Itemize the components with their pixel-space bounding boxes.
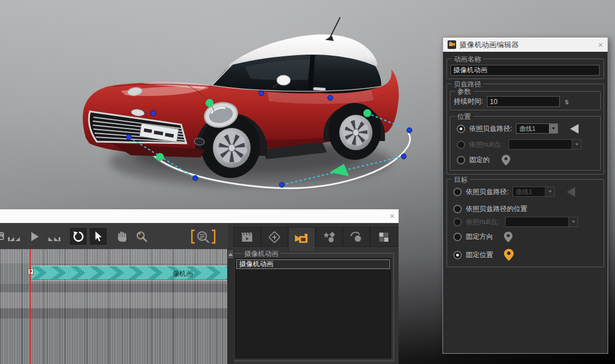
tab-shapes[interactable] <box>315 227 343 247</box>
follow-bezier-label: 依照贝兹路径: <box>469 124 512 134</box>
target-group-label: 目标 <box>452 175 470 185</box>
tab-clapperboard[interactable] <box>233 227 261 247</box>
dropdown-value: 曲线1 <box>519 125 535 133</box>
door-handle <box>313 87 326 90</box>
tab-camera[interactable] <box>288 227 315 251</box>
animation-clip[interactable]: 像机画 <box>31 266 227 281</box>
frame-search-icon[interactable] <box>190 228 216 245</box>
target-bezier-label: 依照贝兹路径: <box>466 187 509 197</box>
dropdown-value: 曲线1 <box>516 188 532 196</box>
scroll-up-icon[interactable] <box>227 249 234 259</box>
pin-icon-orange[interactable] <box>504 249 514 261</box>
anim-name-input[interactable] <box>450 65 600 76</box>
radio-fixed-direction[interactable] <box>453 233 462 241</box>
animation-list[interactable]: 摄像机动画 <box>235 258 391 358</box>
tab-lasso[interactable] <box>343 227 370 247</box>
hand-icon[interactable] <box>113 228 132 245</box>
animation-tab-pane: 摄像机动画 摄像机动画 <box>228 224 399 364</box>
cursor-icon[interactable] <box>90 228 106 245</box>
playback-toolbar <box>0 224 228 249</box>
timeline-panel: × <box>0 209 399 364</box>
position-group-label: 位置 <box>455 112 473 122</box>
close-icon[interactable]: × <box>598 40 603 49</box>
fixed-position-label: 固定位置 <box>466 250 493 260</box>
target-bezier-dropdown: 曲线1 <box>512 187 555 197</box>
radio-target-null[interactable] <box>453 218 462 226</box>
timeline-tracks[interactable]: 像机画 <box>0 249 228 364</box>
skip-start-icon[interactable] <box>5 228 24 245</box>
pick-path-icon[interactable] <box>570 124 579 134</box>
tab-quadrant[interactable] <box>370 227 397 247</box>
chevron-down-icon[interactable] <box>549 124 557 133</box>
camera-editor-icon <box>448 40 456 49</box>
duration-unit: s <box>565 98 568 106</box>
radio-fixed-position[interactable] <box>453 251 462 259</box>
pin-icon[interactable] <box>502 155 510 166</box>
radio-target-bezier[interactable] <box>453 188 462 196</box>
duration-input[interactable] <box>487 96 560 107</box>
params-group-label: 参数 <box>455 87 473 97</box>
animation-group-label: 摄像机动画 <box>242 249 281 259</box>
target-null-label: 依照null点: <box>466 217 499 227</box>
play-icon[interactable] <box>24 228 44 245</box>
follow-null-label: 依照null点: <box>469 140 502 150</box>
target-null-dropdown <box>505 217 578 227</box>
app-screen: × <box>0 0 615 364</box>
timeline-panel-titlebar[interactable]: × <box>0 209 399 224</box>
tab-star-diamond[interactable] <box>261 227 288 247</box>
radio-fixed[interactable] <box>457 156 465 164</box>
chevron-down-icon <box>545 187 554 196</box>
fixed-label: 固定的 <box>469 155 490 165</box>
pick-path-icon <box>567 187 575 197</box>
rear-wheel <box>329 103 381 160</box>
car-model <box>83 18 399 178</box>
chevron-down-icon <box>568 217 577 226</box>
bezier-path-dropdown[interactable]: 曲线1 <box>516 123 558 134</box>
editor-titlebar[interactable]: 摄像机动画编辑器 × <box>443 38 608 52</box>
close-icon[interactable]: × <box>390 210 395 222</box>
animation-group-box: 摄像机动画 摄像机动画 <box>232 253 394 361</box>
fixed-direction-label: 固定方向 <box>466 232 493 242</box>
loop-icon[interactable] <box>70 228 87 245</box>
camera-animation-editor-panel: 摄像机动画编辑器 × 动画名称 贝兹路径 参数 持续时间: s <box>442 37 608 354</box>
chevron-down-icon <box>572 140 581 149</box>
skip-end-icon[interactable] <box>44 228 63 245</box>
duration-label: 持续时间: <box>454 97 483 106</box>
anim-name-group-label: 动画名称 <box>452 55 483 64</box>
timeline-pane: 像机画 <box>0 224 228 364</box>
jump-icon[interactable] <box>0 228 5 245</box>
pin-icon[interactable] <box>504 231 512 242</box>
radio-follow-null[interactable] <box>457 140 465 149</box>
radio-follow-bezier[interactable] <box>457 125 465 133</box>
timeline-scrollbar[interactable] <box>227 249 234 364</box>
list-item[interactable]: 摄像机动画 <box>236 259 390 269</box>
playhead[interactable] <box>30 249 31 364</box>
null-point-dropdown <box>509 139 581 150</box>
panel-title: 摄像机动画编辑器 <box>460 40 519 50</box>
clip-label: 像机画 <box>173 269 193 279</box>
radio-target-bezier-pos[interactable] <box>453 205 462 213</box>
zoom-adjust-icon[interactable] <box>132 228 151 245</box>
clip-start-handle[interactable] <box>28 268 34 275</box>
target-bezier-pos-label: 依照贝兹路径的位置 <box>466 204 527 214</box>
